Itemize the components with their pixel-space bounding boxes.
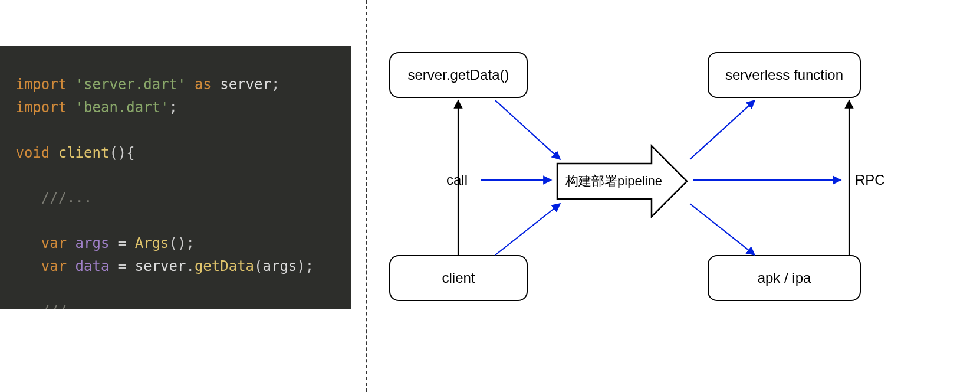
pipeline-arrow-label: 构建部署pipeline <box>565 172 662 190</box>
code-object: server <box>135 258 186 275</box>
box-label: client <box>442 270 475 286</box>
code-function-name: client <box>58 145 110 161</box>
box-label: apk / ipa <box>758 270 811 286</box>
code-keyword-as: as <box>195 76 212 93</box>
box-serverless-function: serverless function <box>708 52 861 98</box>
code-keyword-import: import <box>15 76 67 93</box>
arrow-pipeline-to-serverless <box>690 100 755 159</box>
arrow-pipeline-to-apk <box>690 204 755 255</box>
code-comment: ///... <box>41 190 93 206</box>
code-keyword-var: var <box>41 235 67 251</box>
code-string: 'server.dart' <box>75 76 186 93</box>
box-server-getdata: server.getData() <box>389 52 528 98</box>
arrow-client-to-pipeline <box>495 204 560 255</box>
code-identifier: server <box>220 76 271 93</box>
code-keyword-import: import <box>15 99 67 116</box>
code-arg: args <box>263 258 297 275</box>
code-comment: ///... <box>41 303 93 309</box>
box-label: serverless function <box>725 67 843 83</box>
label-call: call <box>446 172 468 188</box>
pipeline-arrow: 构建部署pipeline <box>557 146 687 217</box>
box-client: client <box>389 255 528 301</box>
code-method: getData <box>195 258 254 275</box>
code-keyword-var: var <box>41 258 67 275</box>
arrow-server-to-pipeline <box>495 100 560 159</box>
architecture-diagram: server.getData() client serverless funct… <box>377 0 980 392</box>
label-rpc: RPC <box>855 172 885 188</box>
box-apk-ipa: apk / ipa <box>708 255 861 301</box>
code-identifier: data <box>75 258 110 275</box>
code-block: import 'server.dart' as server; import '… <box>0 46 351 309</box>
code-keyword-void: void <box>15 145 50 161</box>
vertical-divider <box>366 0 367 392</box>
code-string: 'bean.dart' <box>75 99 169 116</box>
code-identifier: args <box>75 235 110 251</box>
code-constructor: Args <box>135 235 169 251</box>
box-label: server.getData() <box>407 67 509 83</box>
